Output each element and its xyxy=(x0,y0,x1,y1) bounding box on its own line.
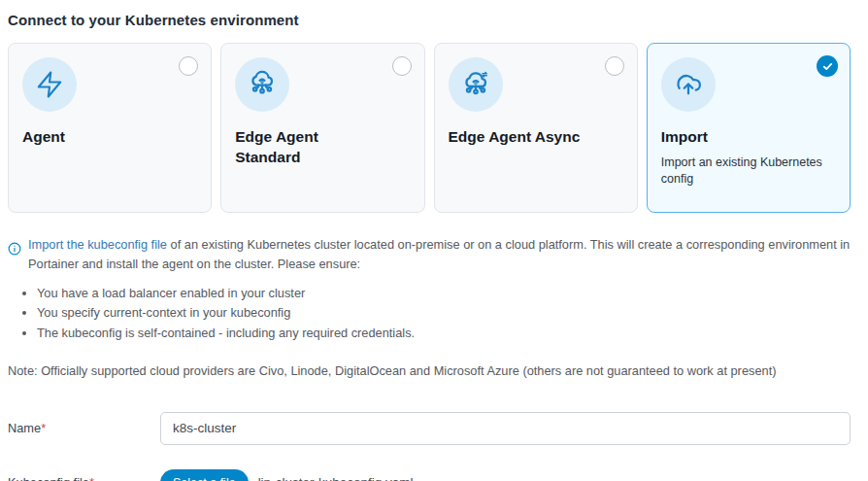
card-edge-agent-async-label: Edge Agent Async xyxy=(449,127,594,148)
kubeconfig-field-row: Kubeconfig file* Select a file lin-clust… xyxy=(8,469,851,481)
zap-icon xyxy=(22,57,77,112)
name-input[interactable] xyxy=(160,412,851,445)
card-agent[interactable]: Agent xyxy=(8,43,212,213)
required-marker: * xyxy=(41,421,46,435)
card-edge-agent-async[interactable]: Edge Agent Async xyxy=(434,43,638,213)
card-import-label: Import xyxy=(661,127,807,148)
list-item: You specify current-context in your kube… xyxy=(37,304,851,323)
cloud-network-sync-icon xyxy=(449,57,503,112)
info-message: Import the kubeconfig file of an existin… xyxy=(8,235,851,275)
card-edge-agent-standard-label: Edge Agent Standard xyxy=(235,127,381,168)
info-icon xyxy=(8,242,21,259)
select-file-button[interactable]: Select a file xyxy=(160,469,249,481)
required-marker: * xyxy=(89,475,94,481)
providers-note: Note: Officially supported cloud provide… xyxy=(8,363,851,378)
card-agent-label: Agent xyxy=(22,127,168,148)
radio-unselected-icon[interactable] xyxy=(392,56,412,76)
page-title: Connect to your Kubernetes environment xyxy=(8,12,851,28)
cloud-network-icon xyxy=(235,57,289,112)
requirements-list: You have a load balancer enabled in your… xyxy=(37,285,851,343)
card-import-description: Import an existing Kubernetes config xyxy=(661,155,836,188)
list-item: The kubeconfig is self-contained - inclu… xyxy=(37,325,851,343)
radio-unselected-icon[interactable] xyxy=(179,56,198,76)
radio-unselected-icon[interactable] xyxy=(605,56,624,76)
environment-type-cards: Agent Edge Agent Standard xyxy=(8,43,851,213)
name-label: Name* xyxy=(8,421,160,435)
card-edge-agent-standard[interactable]: Edge Agent Standard xyxy=(220,43,424,213)
selected-file-name: lin-cluster-kubeconfig.yaml xyxy=(258,475,414,481)
list-item: You have a load balancer enabled in your… xyxy=(37,285,851,303)
name-field-row: Name* xyxy=(8,412,851,445)
cloud-upload-icon xyxy=(661,57,716,112)
info-text: Import the kubeconfig file of an existin… xyxy=(28,235,851,275)
import-form: Name* Kubeconfig file* Select a file lin… xyxy=(8,412,851,481)
card-import[interactable]: Import Import an existing Kubernetes con… xyxy=(647,43,851,213)
kubeconfig-link[interactable]: Import the kubeconfig file xyxy=(28,237,167,252)
connect-environment-panel: Connect to your Kubernetes environment A… xyxy=(0,0,868,481)
check-icon[interactable] xyxy=(817,55,838,77)
kubeconfig-label: Kubeconfig file* xyxy=(8,475,160,481)
